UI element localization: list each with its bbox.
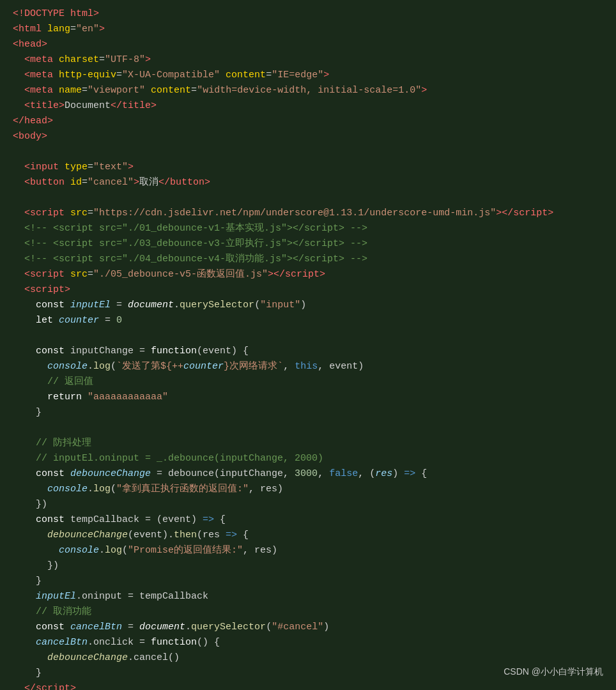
line-13: [13, 190, 603, 206]
line-11: <input type="text">: [13, 160, 603, 175]
line-6: <meta name="viewport" content="width=dev…: [13, 83, 603, 98]
line-37: }): [13, 558, 603, 574]
line-45: </script>: [13, 681, 603, 690]
line-31: const debounceChange = debounce(inputCha…: [13, 466, 603, 482]
line-3: <head>: [13, 37, 603, 52]
line-5: <meta http-equiv="X-UA-Compatible" conte…: [13, 68, 603, 83]
line-20: const inputEl = document.querySelector("…: [13, 298, 603, 313]
line-25: // 返回值: [13, 374, 603, 390]
line-43: debounceChange.cancel(): [13, 650, 603, 666]
line-12: <button id="cancel">取消</button>: [13, 175, 603, 190]
watermark: CSDN @小小白学计算机: [504, 664, 603, 678]
line-19: <script>: [13, 282, 603, 298]
line-22: [13, 328, 603, 344]
line-10: [13, 144, 603, 160]
line-17: <!-- <script src="./04_debounce-v4-取消功能.…: [13, 252, 603, 267]
line-26: return "aaaaaaaaaaaa": [13, 390, 603, 405]
line-41: const cancelBtn = document.querySelector…: [13, 620, 603, 635]
line-30: // inputEl.oninput = _.debounce(inputCha…: [13, 451, 603, 466]
line-33: }): [13, 497, 603, 512]
line-9: <body>: [13, 129, 603, 144]
line-28: [13, 420, 603, 436]
line-34: const tempCallback = (event) => {: [13, 512, 603, 528]
line-2: <html lang="en">: [13, 22, 603, 37]
line-32: console.log("拿到真正执行函数的返回值:", res): [13, 482, 603, 497]
line-21: let counter = 0: [13, 313, 603, 328]
line-1: <!DOCTYPE html>: [13, 6, 603, 22]
line-38: }: [13, 574, 603, 589]
line-27: }: [13, 405, 603, 420]
line-8: </head>: [13, 114, 603, 129]
line-40: // 取消功能: [13, 604, 603, 620]
line-14: <script src="https://cdn.jsdelivr.net/np…: [13, 206, 603, 221]
line-42: cancelBtn.onclick = function() {: [13, 635, 603, 650]
line-18: <script src="./05_debounce-v5-函数返回值.js">…: [13, 267, 603, 282]
line-7: <title>Document</title>: [13, 98, 603, 114]
line-16: <!-- <script src="./03_debounce-v3-立即执行.…: [13, 236, 603, 252]
line-35: debounceChange(event).then(res => {: [13, 528, 603, 543]
line-23: const inputChange = function(event) {: [13, 344, 603, 359]
line-36: console.log("Promise的返回值结果:", res): [13, 543, 603, 558]
line-39: inputEl.oninput = tempCallback: [13, 589, 603, 604]
code-block: <!DOCTYPE html> <html lang="en"> <head> …: [0, 0, 616, 690]
line-24: console.log(`发送了第${++counter}次网络请求`, thi…: [13, 359, 603, 374]
line-15: <!-- <script src="./01_debounce-v1-基本实现.…: [13, 221, 603, 236]
line-4: <meta charset="UTF-8">: [13, 52, 603, 68]
line-29: // 防抖处理: [13, 436, 603, 451]
